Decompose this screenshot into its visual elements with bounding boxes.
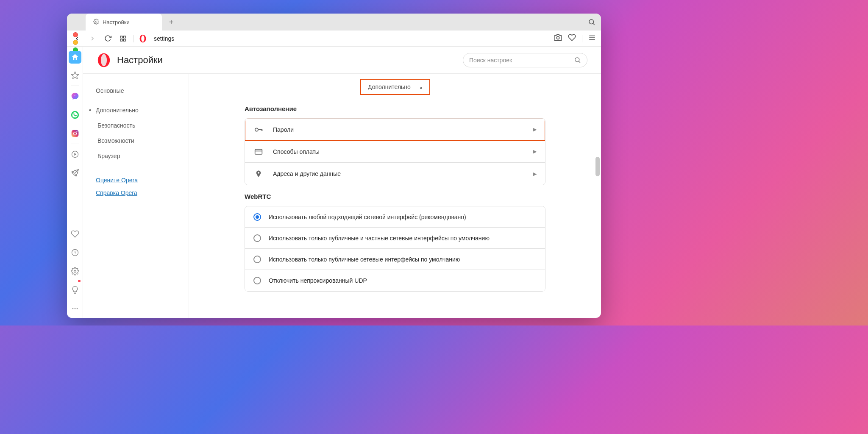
radio-icon: [253, 256, 261, 263]
sidebar-heart-icon[interactable]: [67, 225, 83, 243]
radio-icon: [253, 234, 261, 242]
nav-rate-opera[interactable]: Оцените Opera: [83, 174, 189, 186]
chevron-right-icon: ▶: [533, 171, 537, 177]
settings-search[interactable]: [463, 53, 587, 67]
forward-button[interactable]: [87, 33, 97, 44]
radio-checked-icon: [253, 213, 261, 221]
svg-rect-5: [120, 39, 122, 41]
new-tab-button[interactable]: +: [165, 16, 177, 28]
sidebar-history-icon[interactable]: [67, 243, 83, 262]
option-label: Отключить непроксированный UDP: [269, 277, 537, 284]
divider: [133, 35, 134, 42]
svg-point-30: [255, 128, 258, 131]
sidebar-messenger-icon[interactable]: [67, 87, 83, 106]
window-controls: [73, 32, 78, 53]
svg-marker-13: [71, 72, 78, 79]
svg-point-21: [74, 270, 76, 273]
reload-button[interactable]: [103, 33, 113, 44]
chevron-right-icon: ▶: [533, 149, 537, 154]
option-label: Использовать только публичные и частные …: [269, 235, 537, 242]
sidebar-more-icon[interactable]: [67, 299, 83, 318]
svg-point-28: [575, 58, 579, 62]
sidebar-settings-icon[interactable]: [67, 262, 83, 281]
nav-security[interactable]: Безопасность: [83, 118, 189, 133]
search-input[interactable]: [469, 57, 574, 64]
webrtc-card: Использовать любой подходящий сетевой ин…: [245, 206, 545, 292]
row-label: Способы оплаты: [273, 148, 524, 155]
sidebar-flow-icon[interactable]: [67, 164, 83, 182]
sidebar-instagram-icon[interactable]: [67, 124, 83, 143]
webrtc-option-3[interactable]: Использовать только публичные сетевые ин…: [245, 249, 545, 270]
menu-icon[interactable]: [588, 34, 596, 43]
sidebar-player-icon[interactable]: [67, 145, 83, 164]
svg-rect-4: [123, 36, 125, 38]
speed-dial-icon[interactable]: [118, 33, 128, 44]
tab-title: Настройки: [103, 19, 130, 25]
page-title: Настройки: [117, 55, 163, 66]
tab-bar: Настройки +: [67, 14, 601, 31]
svg-point-0: [95, 21, 97, 22]
row-label: Адреса и другие данные: [273, 170, 524, 177]
location-icon: [253, 170, 264, 178]
option-label: Использовать только публичные сетевые ин…: [269, 256, 537, 263]
divider: [582, 35, 582, 42]
svg-point-17: [76, 131, 77, 132]
webrtc-option-2[interactable]: Использовать только публичные и частные …: [245, 228, 545, 249]
credit-card-icon: [253, 147, 264, 156]
sidebar-bookmarks-icon[interactable]: [67, 66, 83, 85]
chevron-up-icon: ▴: [420, 85, 422, 89]
svg-point-22: [72, 308, 73, 309]
svg-line-29: [579, 61, 580, 63]
sidebar-home-icon[interactable]: [69, 51, 81, 64]
heart-icon[interactable]: [568, 33, 576, 43]
svg-rect-3: [120, 36, 122, 38]
notification-dot: [78, 280, 81, 282]
search-icon: [574, 56, 581, 64]
webrtc-option-4[interactable]: Отключить непроксированный UDP: [245, 270, 545, 291]
svg-marker-19: [74, 153, 76, 156]
tab-search-icon[interactable]: [587, 17, 597, 27]
minimize-window[interactable]: [73, 40, 78, 45]
row-label: Пароли: [273, 126, 524, 133]
address-bar: settings: [67, 31, 601, 47]
sidebar-lightbulb-icon[interactable]: [67, 281, 83, 299]
nav-browser[interactable]: Браузер: [83, 148, 189, 164]
svg-point-23: [74, 308, 75, 309]
radio-icon: [253, 277, 261, 284]
camera-icon[interactable]: [554, 33, 562, 43]
dropdown-label: Дополнительно: [368, 83, 411, 90]
scrollbar-thumb[interactable]: [595, 157, 600, 176]
advanced-dropdown[interactable]: Дополнительно ▴: [360, 79, 430, 95]
divider: [71, 144, 79, 144]
svg-point-9: [556, 36, 559, 39]
vertical-sidebar: [67, 47, 83, 318]
close-window[interactable]: [73, 32, 78, 37]
svg-line-2: [593, 23, 594, 25]
row-addresses[interactable]: Адреса и другие данные ▶: [245, 163, 545, 185]
nav-basic[interactable]: Основные: [83, 83, 189, 98]
svg-point-27: [101, 54, 107, 66]
row-payment[interactable]: Способы оплаты ▶: [245, 141, 545, 163]
url-field[interactable]: settings: [152, 35, 549, 42]
settings-sections: Дополнительно ▴ Автозаполнение Пароли ▶: [189, 74, 601, 318]
settings-nav: Основные Дополнительно Безопасность Возм…: [83, 74, 189, 318]
nav-features[interactable]: Возможности: [83, 133, 189, 148]
section-webrtc-title: WebRTC: [245, 193, 545, 200]
tab-settings[interactable]: Настройки: [86, 14, 162, 31]
content-area: Настройки Основные Дополнительно Безопас…: [67, 47, 601, 318]
svg-rect-31: [255, 149, 262, 154]
webrtc-option-1[interactable]: Использовать любой подходящий сетевой ин…: [245, 206, 545, 228]
nav-help-opera[interactable]: Справка Opera: [83, 186, 189, 199]
divider: [71, 86, 79, 86]
svg-point-24: [76, 308, 78, 309]
svg-point-1: [589, 19, 594, 24]
sidebar-whatsapp-icon[interactable]: [67, 106, 83, 124]
chevron-right-icon: ▶: [533, 127, 537, 132]
svg-rect-6: [123, 39, 125, 41]
nav-advanced[interactable]: Дополнительно: [83, 103, 189, 118]
svg-point-8: [141, 35, 145, 42]
row-passwords[interactable]: Пароли ▶: [245, 119, 545, 141]
option-label: Использовать любой подходящий сетевой ин…: [269, 214, 537, 220]
settings-header: Настройки: [83, 47, 601, 74]
browser-window: Настройки + settings: [67, 14, 601, 318]
